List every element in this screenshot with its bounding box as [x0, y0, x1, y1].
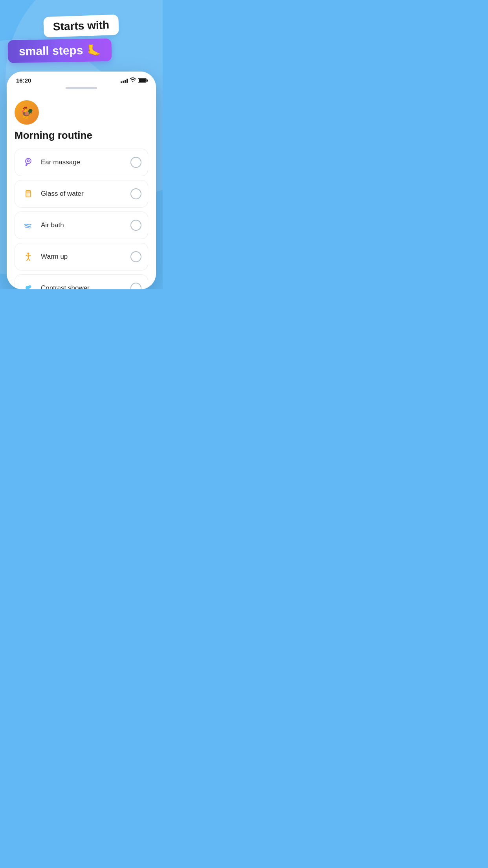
glass-of-water-label: Glass of water [41, 190, 84, 198]
svg-rect-2 [26, 191, 31, 193]
air-bath-icon [21, 218, 35, 232]
signal-bar-2 [123, 81, 124, 83]
contrast-shower-checkbox[interactable] [130, 283, 141, 289]
habit-left-air-bath: Air bath [21, 218, 64, 232]
svg-point-0 [28, 160, 29, 162]
routine-emoji: 🐓 [20, 106, 34, 119]
phone-mockup: 16:20 [7, 72, 156, 289]
habit-left-glass-of-water: Glass of water [21, 187, 84, 201]
battery-icon [138, 78, 147, 83]
habit-item-warm-up[interactable]: Warm up [15, 243, 148, 270]
status-bar: 16:20 [7, 72, 156, 87]
ear-massage-icon [21, 155, 35, 169]
warm-up-icon [21, 250, 35, 264]
signal-bar-1 [121, 81, 122, 83]
habit-left-contrast-shower: Contrast shower [21, 281, 90, 289]
status-icons [121, 77, 147, 83]
routine-icon: 🐓 [15, 100, 39, 125]
ear-massage-checkbox[interactable] [130, 157, 141, 168]
habit-item-glass-of-water[interactable]: Glass of water [15, 180, 148, 208]
glass-of-water-icon [21, 187, 35, 201]
signal-bars-icon [121, 78, 128, 83]
warm-up-label: Warm up [41, 253, 68, 261]
air-bath-checkbox[interactable] [130, 220, 141, 231]
tag-small-steps: small steps 🦶 [8, 39, 112, 63]
wifi-icon [130, 77, 136, 83]
svg-point-11 [29, 285, 31, 288]
notch [66, 87, 97, 89]
app-content: 🐓 Morning routine Ear massage [7, 92, 156, 289]
routine-title: Morning routine [15, 129, 148, 142]
habit-left-ear-massage: Ear massage [21, 155, 80, 169]
foot-emoji: 🦶 [87, 44, 101, 57]
habit-left-warm-up: Warm up [21, 250, 68, 264]
habit-list: Ear massage Glass of water [15, 149, 148, 289]
tag-starts-with: Starts with [44, 15, 119, 38]
header-section: Starts with small steps 🦶 [0, 0, 163, 62]
habit-item-contrast-shower[interactable]: Contrast shower [15, 274, 148, 289]
warm-up-checkbox[interactable] [130, 251, 141, 262]
notch-area [7, 87, 156, 92]
habit-item-air-bath[interactable]: Air bath [15, 211, 148, 239]
signal-bar-4 [127, 79, 128, 83]
glass-of-water-checkbox[interactable] [130, 188, 141, 199]
status-time: 16:20 [16, 77, 31, 84]
signal-bar-3 [125, 80, 126, 83]
svg-point-4 [28, 253, 29, 255]
header-line2: small steps [19, 44, 83, 58]
habit-item-ear-massage[interactable]: Ear massage [15, 149, 148, 176]
air-bath-label: Air bath [41, 221, 64, 229]
header-line1: Starts with [53, 19, 110, 33]
svg-line-9 [28, 258, 30, 261]
battery-fill [139, 79, 146, 82]
contrast-shower-icon [21, 281, 35, 289]
ear-massage-label: Ear massage [41, 158, 80, 166]
routine-header: 🐓 Morning routine [15, 100, 148, 142]
contrast-shower-label: Contrast shower [41, 284, 90, 289]
